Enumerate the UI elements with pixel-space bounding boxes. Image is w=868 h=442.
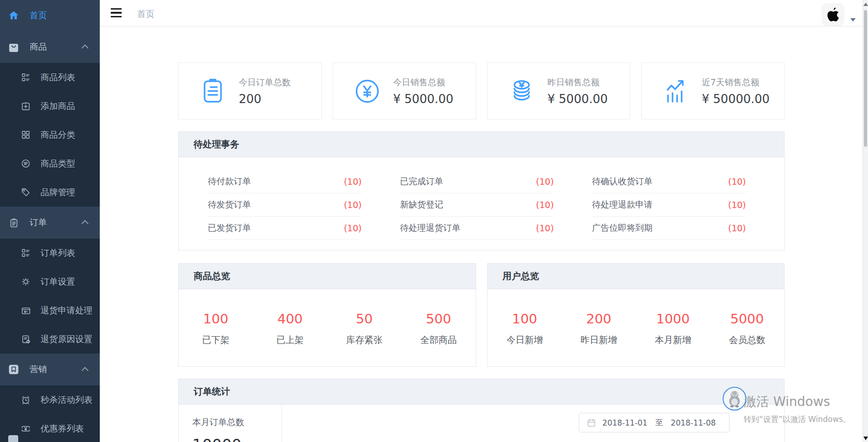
scrollbar-thumb[interactable] (864, 10, 867, 147)
overview-stat[interactable]: 500全部商品 (401, 311, 476, 346)
todo-item-count: (10) (728, 200, 746, 210)
sidebar-item-home[interactable]: 首页 (0, 0, 100, 31)
hamburger-menu-icon[interactable] (111, 8, 122, 17)
todo-item[interactable]: 广告位即将到期(10) (592, 217, 746, 240)
sidebar-item-label: 首页 (30, 10, 47, 21)
overview-stat-label: 全部商品 (401, 334, 476, 346)
tag-icon (21, 187, 31, 197)
chevron-up-icon (82, 44, 89, 52)
sidebar-item-label: 退货申请处理 (41, 305, 92, 317)
grid-icon (21, 130, 31, 140)
todo-item[interactable]: 待处理退款申请(10) (592, 193, 746, 217)
overview-stat[interactable]: 1000本月新增 (636, 311, 710, 346)
stat-card-value: 200 (239, 92, 291, 106)
overview-stat-label: 本月新增 (636, 334, 710, 346)
overview-stat-value: 50 (327, 311, 401, 327)
sidebar-item-product-list[interactable]: 商品列表 (0, 63, 100, 92)
sidebar-group-label: 营销 (30, 364, 47, 375)
overview-stat[interactable]: 200昨日新增 (562, 311, 636, 346)
sidebar-group-marketing[interactable]: 营销 (0, 354, 100, 385)
chevron-up-icon (82, 367, 89, 374)
sidebar-group-products[interactable]: 商品 (0, 31, 100, 63)
sidebar-item-label: 秒杀活动列表 (41, 394, 92, 406)
sidebar-item-label: 优惠券列表 (41, 423, 84, 435)
todo-item-count: (10) (536, 223, 554, 233)
apple-logo-icon (827, 7, 839, 22)
metric-label: 本月订单总数 (192, 416, 282, 428)
sidebar-item-product-type[interactable]: 商品类型 (0, 149, 100, 178)
date-end-input[interactable]: 2018-11-08 (664, 418, 723, 427)
sidebar-item-brand-management[interactable]: 品牌管理 (0, 178, 100, 207)
shopping-bag-icon (8, 42, 19, 52)
coins-stack-icon (508, 77, 536, 105)
stat-card-value: ¥ 5000.00 (393, 92, 453, 106)
stat-card-yesterday-sales[interactable]: 昨日销售总额 ¥ 5000.00 (487, 62, 631, 120)
topbar: 首页 (100, 0, 868, 26)
overview-stat-value: 400 (253, 311, 327, 327)
scrollbar[interactable] (863, 0, 868, 442)
sidebar-group-orders[interactable]: 订单 (0, 207, 100, 239)
sidebar-item-order-list[interactable]: 订单列表 (0, 239, 100, 267)
overview-stat[interactable]: 400已上架 (253, 311, 327, 346)
gear-icon (21, 277, 31, 286)
overview-stat-label: 已下架 (179, 334, 253, 346)
sidebar-item-return-reason-settings[interactable]: 退货原因设置 (0, 325, 100, 354)
stat-card-value: ¥ 50000.00 (702, 92, 770, 106)
sidebar-item-flash-sale-list[interactable]: 秒杀活动列表 (0, 385, 100, 414)
todo-item[interactable]: 待确认收货订单(10) (592, 170, 746, 193)
chevron-up-icon (82, 220, 89, 227)
date-range-picker[interactable]: 2018-11-01 至 2018-11-08 (579, 413, 729, 432)
stat-card-today-sales[interactable]: 今日销售总额 ¥ 5000.00 (333, 62, 476, 120)
avatar[interactable] (822, 3, 844, 26)
bookmark-icon (8, 364, 19, 375)
sidebar-item-label: 商品列表 (41, 72, 75, 83)
goods-list-icon (21, 73, 31, 82)
product-overview-panel: 商品总览 100已下架 400已上架 50库存紧张 500全部商品 (178, 263, 476, 367)
todo-item-count: (10) (536, 177, 554, 187)
sidebar-peek-icon[interactable] (8, 435, 18, 442)
caret-down-icon[interactable] (850, 18, 856, 21)
calendar-icon[interactable] (587, 419, 596, 427)
todo-item-label: 新缺货登记 (400, 199, 443, 211)
sidebar-item-order-settings[interactable]: 订单设置 (0, 267, 100, 296)
todo-item-label: 待发货订单 (208, 199, 251, 211)
sidebar-item-return-requests[interactable]: 退货申请处理 (0, 296, 100, 325)
home-icon (8, 10, 19, 21)
admin-dashboard: 首页 商品 商品列表 添加商品 商品分类 (0, 0, 868, 442)
sidebar-item-add-product[interactable]: 添加商品 (0, 92, 100, 120)
date-start-input[interactable]: 2018-11-01 (596, 418, 654, 427)
stat-card-today-orders[interactable]: 今日订单总数 200 (178, 62, 322, 120)
return-box-icon (21, 306, 31, 315)
product-overview-header: 商品总览 (179, 264, 476, 289)
todo-item[interactable]: 新缺货登记(10) (400, 193, 554, 217)
overview-stat-value: 5000 (710, 311, 784, 327)
order-clipboard-icon (199, 77, 227, 105)
overview-stat-value: 100 (488, 311, 562, 327)
scrollbar-up-arrow-icon[interactable] (863, 3, 868, 6)
todo-item[interactable]: 待发货订单(10) (208, 193, 362, 217)
breadcrumb[interactable]: 首页 (137, 8, 154, 20)
stat-card-week-sales[interactable]: 近7天销售总额 ¥ 50000.00 (641, 62, 785, 120)
todo-item-label: 待处理退货订单 (400, 222, 461, 234)
todo-item-count: (10) (536, 200, 554, 210)
stat-card-label: 近7天销售总额 (702, 77, 770, 88)
overview-stat[interactable]: 100今日新增 (488, 311, 562, 346)
panel-title: 用户总览 (503, 270, 539, 282)
yen-circle-icon (353, 77, 381, 105)
overview-stat[interactable]: 50库存紧张 (327, 311, 401, 346)
sidebar-item-label: 退货原因设置 (41, 333, 92, 345)
todo-item[interactable]: 已完成订单(10) (400, 170, 554, 193)
todo-item[interactable]: 待处理退货订单(10) (400, 217, 554, 240)
scrollbar-down-arrow-icon[interactable] (863, 437, 868, 440)
overview-stat[interactable]: 5000会员总数 (710, 311, 784, 346)
sidebar-item-label: 商品分类 (41, 129, 75, 141)
overview-stat-value: 200 (562, 311, 636, 327)
add-square-icon (21, 101, 31, 111)
stat-card-label: 今日订单总数 (239, 77, 291, 88)
overview-stat[interactable]: 100已下架 (179, 311, 253, 346)
todo-item[interactable]: 已发货订单(10) (208, 217, 362, 240)
sidebar-item-product-category[interactable]: 商品分类 (0, 120, 100, 149)
panel-title: 待处理事务 (194, 138, 239, 151)
todo-item[interactable]: 待付款订单(10) (208, 170, 362, 193)
qq-penguin-icon[interactable] (723, 387, 746, 411)
